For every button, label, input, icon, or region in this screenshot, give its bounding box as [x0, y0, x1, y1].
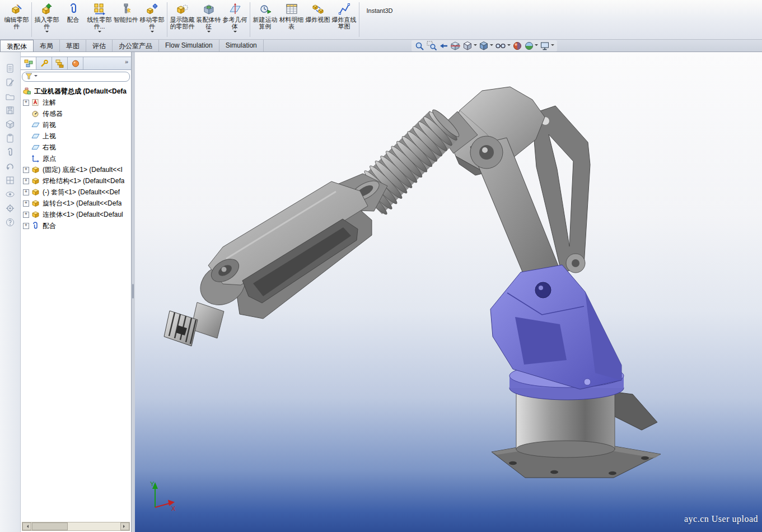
bill-of-materials-button[interactable]: 材料明细表	[278, 0, 305, 39]
insert-component-label: 插入零部件	[34, 16, 60, 30]
panel-horizontal-scrollbar[interactable]	[22, 522, 130, 531]
linear-component-pattern-label: 线性零部件...	[86, 16, 113, 30]
view-settings-button[interactable]	[540, 40, 554, 52]
dropdown-caret[interactable]	[233, 31, 237, 34]
display-style-button[interactable]	[479, 40, 493, 52]
move-component-icon	[146, 2, 158, 16]
scroll-right-button[interactable]	[120, 522, 129, 530]
tree-item-connector-component[interactable]: + 连接体<1> (Default<Defaul	[23, 209, 131, 220]
tree-item-base-component[interactable]: + (固定) 底座<1> (Default<<I	[23, 164, 131, 175]
robot-arm-model[interactable]: Y X	[135, 52, 762, 532]
tree-root-assembly[interactable]: 工业机器臂总成 (Default<Defa	[23, 86, 131, 97]
panel-more-chevron[interactable]: »	[122, 57, 131, 69]
tab-sketch[interactable]: 草图	[60, 40, 86, 52]
tab-assembly[interactable]: 装配体	[0, 40, 34, 52]
expand-toggle[interactable]: +	[23, 212, 29, 218]
exploded-view-button[interactable]: 爆炸视图	[305, 0, 331, 39]
new-motion-study-button[interactable]: 新建运动算例	[252, 0, 278, 39]
eye-icon[interactable]	[3, 187, 17, 201]
mate-button[interactable]: 配合	[60, 0, 86, 39]
reference-geometry-button[interactable]: 参考几何体	[222, 0, 248, 39]
expand-toggle[interactable]: +	[23, 200, 29, 207]
section-view-button[interactable]	[450, 40, 461, 52]
dropdown-caret[interactable]	[98, 31, 101, 34]
dropdown-caret[interactable]	[507, 44, 511, 48]
view-orientation-button[interactable]	[462, 40, 477, 52]
reference-geometry-label: 参考几何体	[222, 16, 248, 30]
tree-item-mates[interactable]: + 配合	[23, 220, 131, 231]
mate-icon	[67, 2, 80, 16]
expand-toggle[interactable]: +	[23, 178, 29, 184]
instant3d-label: Instant3D	[366, 7, 392, 14]
zoom-to-fit-button[interactable]	[414, 40, 425, 52]
paperclip-icon[interactable]	[3, 145, 17, 159]
expand-toggle[interactable]: +	[23, 223, 29, 229]
hide-show-items-button[interactable]	[495, 40, 511, 52]
document-icon[interactable]	[3, 61, 17, 75]
grid-icon[interactable]	[3, 173, 17, 187]
show-hidden-components-button[interactable]: 显示隐藏的零部件	[169, 0, 195, 39]
dropdown-caret[interactable]	[535, 44, 538, 48]
apply-scene-button[interactable]	[524, 40, 538, 52]
assembly-features-button[interactable]: 装配体特征	[195, 0, 222, 39]
configuration-manager-tab[interactable]	[52, 57, 68, 69]
tree-item-weldgun-component[interactable]: + 焊枪结构<1> (Default<Defa	[23, 175, 131, 186]
tab-evaluate[interactable]: 评估	[86, 40, 113, 52]
edit-document-icon[interactable]	[3, 75, 17, 89]
expand-toggle[interactable]: +	[23, 189, 29, 195]
expand-toggle[interactable]: +	[23, 167, 29, 173]
toolbar-separator	[250, 2, 250, 37]
scroll-left-button[interactable]	[22, 522, 31, 530]
dropdown-caret[interactable]	[45, 31, 49, 34]
tree-filter[interactable]	[22, 72, 130, 82]
display-manager-tab[interactable]	[68, 57, 83, 69]
expand-toggle[interactable]: +	[23, 100, 29, 106]
dropdown-caret[interactable]	[474, 44, 477, 48]
help-icon[interactable]	[3, 215, 17, 229]
explode-line-sketch-button[interactable]: 爆炸直线草图	[331, 0, 357, 39]
dropdown-caret[interactable]	[151, 31, 154, 34]
linear-component-pattern-button[interactable]: 线性零部件...	[86, 0, 113, 39]
smart-fasteners-button[interactable]: 智能扣件	[113, 0, 139, 39]
property-manager-tab[interactable]	[36, 57, 52, 69]
zoom-to-area-button[interactable]	[427, 40, 437, 52]
tree-item-sensors[interactable]: 传感器	[23, 108, 131, 119]
tree-item-turntable-component[interactable]: + 旋转台<1> (Default<<Defa	[23, 198, 131, 209]
component-icon	[31, 166, 40, 174]
tab-layout[interactable]: 布局	[34, 40, 60, 52]
dropdown-caret[interactable]	[207, 31, 211, 34]
dropdown-caret[interactable]	[490, 44, 493, 48]
undo-arrow-icon[interactable]	[3, 159, 17, 173]
folder-icon[interactable]	[3, 89, 17, 103]
clipboard-icon[interactable]	[3, 131, 17, 145]
tree-item-right-plane[interactable]: 右视	[23, 142, 131, 153]
gear-icon[interactable]	[3, 201, 17, 215]
previous-view-button[interactable]	[439, 40, 448, 52]
splitter-handle[interactable]	[132, 284, 134, 298]
tree-item-origin[interactable]: 原点	[23, 153, 131, 164]
graphics-viewport[interactable]: Y X ayc.cn User upload	[135, 52, 762, 532]
bill-of-materials-icon	[286, 2, 298, 16]
headsup-view-toolbar	[412, 40, 557, 52]
edit-appearance-button[interactable]	[512, 40, 522, 52]
tree-item-front-plane[interactable]: 前视	[23, 119, 131, 130]
instant3d-button[interactable]: Instant3D	[361, 0, 398, 39]
feature-manager-tab[interactable]	[21, 57, 36, 69]
scrollbar-thumb[interactable]	[32, 522, 68, 530]
tab-simulation[interactable]: Simulation	[219, 40, 264, 52]
dropdown-caret[interactable]	[551, 44, 554, 48]
edit-component-button[interactable]: 编辑零部件	[3, 0, 30, 39]
orientation-triad: Y X	[150, 480, 176, 512]
tab-flow-simulation[interactable]: Flow Simulation	[159, 40, 219, 52]
plane-icon	[31, 143, 40, 151]
filter-caret[interactable]	[34, 75, 38, 78]
tree-item-annotations[interactable]: + 注解	[23, 97, 131, 108]
save-icon[interactable]	[3, 103, 17, 117]
insert-component-button[interactable]: 插入零部件	[34, 0, 60, 39]
move-component-button[interactable]: 移动零部件	[139, 0, 165, 39]
insert-component-icon	[41, 2, 53, 16]
tree-item-top-plane[interactable]: 上视	[23, 130, 131, 142]
tree-item-sleeve-component[interactable]: + (-) 套筒<1> (Default<<Def	[23, 186, 131, 198]
tab-office-products[interactable]: 办公室产品	[113, 40, 159, 52]
cube-icon[interactable]	[3, 117, 17, 131]
